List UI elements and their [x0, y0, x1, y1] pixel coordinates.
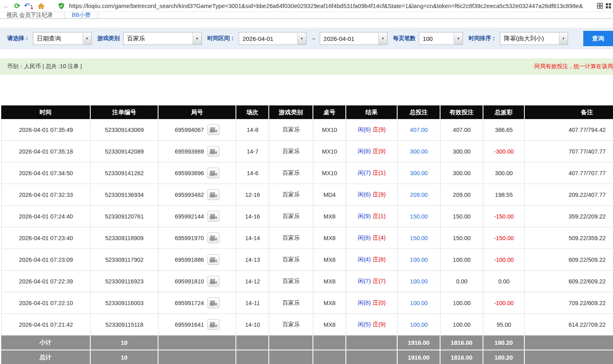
apps-grid-icon[interactable] [597, 3, 603, 9]
home-icon[interactable] [37, 2, 45, 10]
remark-cell: 614.22/709.22 [525, 314, 613, 336]
session-cell: 14-16 [236, 206, 269, 227]
valid-bet-cell: 100.00 [440, 249, 483, 271]
chevron-down-icon[interactable]: ▼ [193, 32, 201, 44]
undo-icon[interactable]: ↶ ▾ [24, 2, 32, 10]
total-bet-link[interactable]: 300.00 [410, 170, 428, 176]
game-type-cell: 百家乐 [269, 206, 313, 227]
table-header: 时间 注单编号 局号 场次 游戏类别 桌号 结果 总投注 有效投注 总派彩 备注 [1, 105, 613, 119]
query-type-select[interactable]: 日期查询 ▼ [33, 32, 92, 45]
refresh-icon[interactable]: ⟳ [13, 2, 21, 10]
chevron-down-icon[interactable]: ▼ [297, 32, 306, 44]
round-id: 695992144 [175, 213, 204, 220]
security-shield-icon[interactable] [58, 2, 65, 10]
round-cell: 695991886 [158, 249, 236, 271]
payout-cell: 198.55 [483, 184, 525, 206]
video-replay-button[interactable] [207, 233, 219, 243]
remark-cell: 609.22/509.22 [525, 249, 613, 271]
video-replay-button[interactable] [207, 319, 219, 330]
round-cell: 695991641 [158, 314, 236, 336]
round-cell: 695993896 [158, 162, 236, 184]
game-type-cell: 百家乐 [269, 292, 313, 314]
session-cell: 14-6 [236, 162, 269, 184]
result-cell: 闲(7)庄(1) [346, 162, 398, 184]
empty-cell [269, 350, 313, 364]
empty-cell [236, 350, 269, 364]
session-cell: 14-8 [236, 119, 269, 141]
page-size-select[interactable]: 100 ▼ [419, 32, 463, 45]
total-bet-link[interactable]: 150.00 [410, 235, 428, 241]
tab-bb-tip[interactable]: BB小费 [64, 12, 98, 18]
valid-bet-cell: 300.00 [440, 141, 483, 162]
chevron-down-icon[interactable]: ▼ [454, 32, 463, 44]
remark-cell: 609.22/609.22 [525, 271, 613, 292]
total-bet-link[interactable]: 100.00 [410, 322, 428, 328]
undo-arrow-glyph: ↶ [24, 2, 30, 10]
bet-id-cell: 523309118909 [91, 227, 158, 249]
video-replay-button[interactable] [207, 276, 219, 287]
back-icon[interactable]: ← [2, 2, 10, 9]
total-bet-link[interactable]: 150.00 [410, 213, 428, 220]
session-cell: 14-7 [236, 141, 269, 162]
game-type-select[interactable]: 百家乐 ▼ [123, 32, 202, 45]
bet-id-cell: 523309116923 [91, 271, 158, 292]
date-from-input[interactable]: 2026-04-01 ▼ [239, 32, 306, 45]
result-banker: 庄(8) [373, 256, 386, 263]
sort-select[interactable]: 降幂(由大到小) ▼ [500, 32, 568, 45]
video-replay-button[interactable] [207, 168, 219, 178]
video-replay-button[interactable] [207, 254, 219, 265]
game-type-cell: 百家乐 [269, 119, 313, 141]
subtotal-valid-bet: 1816.00 [440, 336, 483, 350]
url-bar[interactable]: https://kiqiiu.com/game/betrecord_search… [69, 3, 593, 9]
clipped-edge-icon[interactable] [605, 3, 611, 9]
video-replay-button[interactable] [207, 189, 219, 200]
result-player: 闲(7) [358, 278, 371, 284]
total-bet-link[interactable]: 407.00 [410, 127, 428, 133]
table-no-cell: MX8 [313, 227, 346, 249]
result-cell: 闲(9)庄(1) [346, 206, 398, 227]
payout-cell: 0.00 [483, 271, 525, 292]
video-replay-button[interactable] [207, 146, 219, 157]
chevron-down-icon[interactable]: ▼ [83, 32, 91, 44]
total-bet-cell: 300.00 [398, 141, 440, 162]
video-replay-button[interactable] [207, 297, 219, 308]
total-bet-link[interactable]: 100.00 [410, 278, 428, 285]
page-size-value: 100 [419, 32, 454, 44]
valid-bet-cell: 100.00 [440, 314, 483, 336]
total-bet-link[interactable]: 100.00 [410, 257, 428, 263]
valid-bet-cell: 209.00 [440, 184, 483, 206]
bet-id-cell: 523309136934 [91, 184, 158, 206]
table-row: 2026-04-01 07:35:49 523309143069 6959940… [1, 119, 613, 141]
bet-id-cell: 523309120761 [91, 206, 158, 227]
remark-cell: 509.22/359.22 [525, 227, 613, 249]
chevron-down-icon[interactable]: ▼ [559, 32, 568, 44]
total-bet-link[interactable]: 300.00 [410, 148, 428, 155]
result-cell: 闲(5)庄(9) [346, 314, 398, 336]
session-cell: 14-13 [236, 249, 269, 271]
video-replay-button[interactable] [207, 211, 219, 222]
payout-cell: 300.00 [483, 162, 525, 184]
chevron-down-icon[interactable]: ▼ [378, 32, 387, 44]
game-type-cell: 百家乐 [269, 227, 313, 249]
video-camera-icon [209, 127, 217, 133]
tab-video-bet-records[interactable]: 视讯 会员下注纪录 [4, 12, 55, 18]
result-cell: 闲(6)庄(9) [346, 184, 398, 206]
date-to-input[interactable]: 2026-04-01 ▼ [320, 32, 388, 45]
remark-cell: 407.77/707.77 [525, 162, 613, 184]
session-cell: 14-11 [236, 292, 269, 314]
remark-cell: 359.22/209.22 [525, 206, 613, 227]
video-replay-button[interactable] [207, 124, 219, 135]
search-button[interactable]: 查询 [583, 31, 613, 46]
time-cell: 2026-04-01 07:35:18 [1, 141, 91, 162]
round-id: 695991810 [175, 278, 204, 285]
total-bet-link[interactable]: 100.00 [410, 300, 428, 306]
result-banker: 庄(1) [373, 170, 386, 176]
subtotal-total-bet: 1916.00 [398, 336, 440, 350]
total-bet-cell: 150.00 [398, 227, 440, 249]
subtotal-payout: 180.20 [483, 336, 525, 350]
bet-id-cell: 523309143069 [91, 119, 158, 141]
bet-id-cell: 523309141262 [91, 162, 158, 184]
total-bet-link[interactable]: 209.00 [410, 192, 428, 198]
round-cell: 695993482 [158, 184, 236, 206]
bet-id-cell: 523309116003 [91, 292, 158, 314]
